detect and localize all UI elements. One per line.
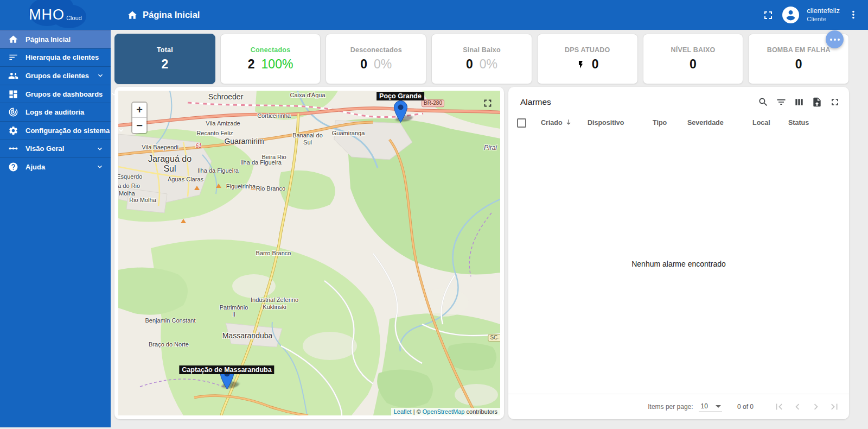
home-icon	[8, 34, 18, 45]
map[interactable]: SchroederCaixa d'ÁguaCorticeirinhaBR-280…	[118, 91, 500, 415]
header-menu-button[interactable]	[847, 9, 860, 22]
track-changes-icon	[8, 107, 18, 117]
map-fullscreen-button[interactable]	[482, 97, 494, 109]
columns-icon[interactable]	[794, 97, 805, 108]
sidebar-item-grupos-dashboards[interactable]: Grupos de dashboards	[0, 85, 111, 103]
column-severidade[interactable]: Severidade	[687, 119, 752, 127]
page-range: 0 of 0	[737, 403, 754, 411]
zoom-out-button[interactable]: −	[132, 118, 146, 133]
chevron-down-icon	[110, 90, 118, 98]
column-criado[interactable]: Criado	[541, 118, 588, 128]
stat-card-total[interactable]: Total 2	[114, 34, 215, 84]
sidebar-item-grupos-clientes[interactable]: Grupos de clientes	[0, 66, 111, 85]
sidebar-item-label: Grupos de clientes	[25, 72, 89, 80]
empty-message: Nenhum alarme encontrado	[631, 260, 726, 268]
brand-name: MHO	[29, 7, 65, 23]
user-name: clientefeliz	[807, 7, 840, 15]
select-all-checkbox[interactable]	[517, 118, 526, 128]
export-file-icon[interactable]	[812, 97, 822, 108]
user-role: Cliente	[807, 15, 840, 23]
more-vert-icon	[847, 9, 859, 21]
chevron-down-icon	[96, 71, 105, 80]
stat-card-conectados[interactable]: Conectados 2 100%	[220, 34, 321, 84]
alarms-pagination: Items per page: 10 0 of 0	[508, 394, 849, 419]
last-page-button[interactable]	[827, 400, 841, 414]
fullscreen-icon[interactable]	[829, 97, 840, 108]
lightning-icon	[576, 59, 585, 71]
stat-label: DPS ATUADO	[565, 46, 610, 54]
alarms-title: Alarmes	[520, 97, 551, 107]
marker-label: Poço Grande	[376, 92, 424, 100]
chevron-down-icon	[95, 144, 104, 153]
marker-pin-icon[interactable]	[394, 100, 407, 123]
stat-label: Conectados	[251, 46, 291, 54]
user-avatar[interactable]	[782, 7, 799, 23]
stats-row: Total 2 Conectados 2 100% Desconectados …	[114, 34, 849, 84]
app-root: MHO Cloud Página Inicial Hierarquia de c…	[0, 0, 868, 429]
sidebar-item-visao-geral[interactable]: Visão Geral	[0, 140, 111, 158]
sidebar-item-pagina-inicial[interactable]: Página Inicial	[0, 30, 111, 48]
sidebar-item-label: Logs de auditoria	[25, 108, 104, 116]
stat-card-desconectados[interactable]: Desconectados 0 0%	[326, 34, 426, 84]
stat-percent: 100%	[261, 57, 293, 72]
search-icon[interactable]	[758, 97, 769, 108]
sidebar-item-label: Hierarquia de clientes	[25, 53, 104, 61]
page-title: Página Inicial	[127, 10, 200, 21]
stat-value: 0	[592, 57, 599, 72]
dashboard-icon	[8, 89, 18, 99]
sidebar: MHO Cloud Página Inicial Hierarquia de c…	[0, 0, 111, 427]
prev-page-button[interactable]	[790, 400, 805, 414]
linear-scale-icon	[8, 143, 18, 154]
stat-label: BOMBA EM FALHA	[767, 46, 831, 54]
sidebar-item-label: Visão Geral	[25, 144, 88, 153]
map-attribution: Leaflet | © OpenStreetMap contributors	[391, 408, 500, 415]
zoom-in-button[interactable]: +	[132, 103, 146, 118]
fullscreen-button[interactable]	[762, 9, 775, 22]
caret-down-icon	[716, 405, 721, 408]
sidebar-item-ajuda[interactable]: Ajuda	[0, 157, 111, 176]
column-local[interactable]: Local	[752, 119, 788, 127]
sidebar-item-hierarquia[interactable]: Hierarquia de clientes	[0, 48, 111, 67]
stat-label: Total	[157, 46, 173, 54]
help-icon	[8, 162, 18, 172]
stat-card-dps-atuado[interactable]: DPS ATUADO 0	[537, 34, 638, 84]
gear-icon	[8, 125, 18, 136]
brand-suffix: Cloud	[66, 15, 82, 21]
stat-label: NÍVEL BAIXO	[671, 46, 716, 54]
sidebar-item-label: Grupos de dashboards	[25, 90, 103, 98]
items-per-page-label: Items per page:	[648, 403, 693, 411]
stat-value: 0	[466, 57, 473, 72]
sort-icon	[8, 52, 18, 62]
filter-icon[interactable]	[776, 97, 787, 108]
map-zoom-control: + −	[131, 102, 148, 134]
stat-card-sinal-baixo[interactable]: Sinal Baixo 0 0%	[431, 34, 532, 84]
chevron-down-icon	[95, 162, 104, 171]
stat-value: 0	[690, 57, 697, 72]
first-page-button[interactable]	[772, 400, 786, 414]
alarms-panel: Alarmes Criado Dispos	[508, 87, 849, 419]
stat-card-nivel-baixo[interactable]: NÍVEL BAIXO 0	[643, 34, 744, 84]
sidebar-item-logs-auditoria[interactable]: Logs de auditoria	[0, 103, 111, 121]
column-dispositivo[interactable]: Dispositivo	[588, 119, 653, 127]
fullscreen-icon	[762, 9, 775, 22]
user-info[interactable]: clientefeliz Cliente	[807, 7, 840, 23]
stat-value: 2	[161, 57, 168, 72]
sidebar-item-label: Página Inicial	[25, 35, 104, 43]
chevron-down-icon	[117, 126, 125, 135]
items-per-page-select[interactable]: 10	[699, 401, 722, 412]
sidebar-item-configuracao[interactable]: Configuração do sistema	[0, 121, 111, 140]
sidebar-item-label: Ajuda	[25, 163, 88, 171]
map-tiles	[118, 91, 500, 415]
column-tipo[interactable]: Tipo	[653, 119, 687, 127]
alarms-table-body: Nenhum alarme encontrado	[508, 134, 849, 394]
osm-link[interactable]: OpenStreetMap	[423, 408, 465, 415]
floating-more-button[interactable]	[826, 30, 844, 48]
leaflet-link[interactable]: Leaflet	[394, 408, 412, 415]
stat-value: 0	[795, 57, 802, 72]
map-card: SchroederCaixa d'ÁguaCorticeirinhaBR-280…	[114, 87, 504, 419]
fullscreen-icon	[482, 97, 494, 109]
sidebar-nav: Página Inicial Hierarquia de clientes Gr…	[0, 30, 111, 176]
brand-logo: MHO Cloud	[0, 0, 111, 30]
column-status[interactable]: Status	[788, 119, 849, 127]
next-page-button[interactable]	[809, 400, 823, 414]
